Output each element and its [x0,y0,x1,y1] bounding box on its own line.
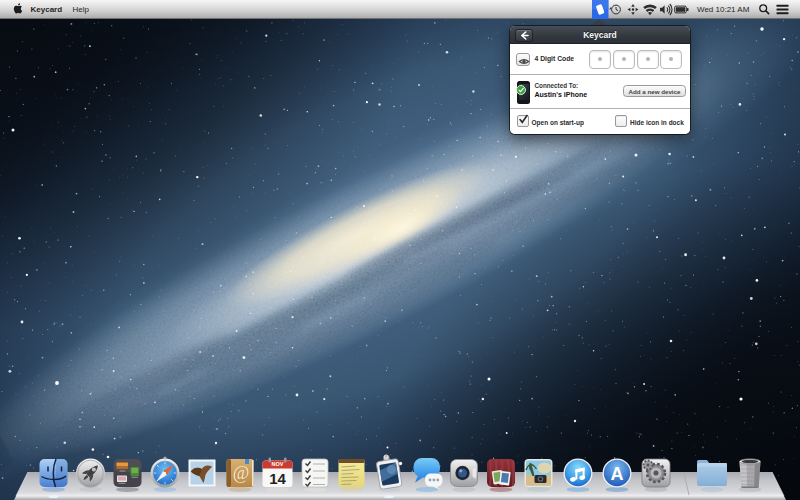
svg-text:Wed 10:21 AM: Wed 10:21 AM [697,5,750,14]
svg-text:Keycard: Keycard [31,5,63,14]
svg-text:NOV: NOV [272,461,284,467]
svg-text:14: 14 [269,470,286,487]
svg-text:@: @ [233,463,250,483]
svg-text:Help: Help [73,5,90,14]
svg-text:A: A [611,464,624,484]
